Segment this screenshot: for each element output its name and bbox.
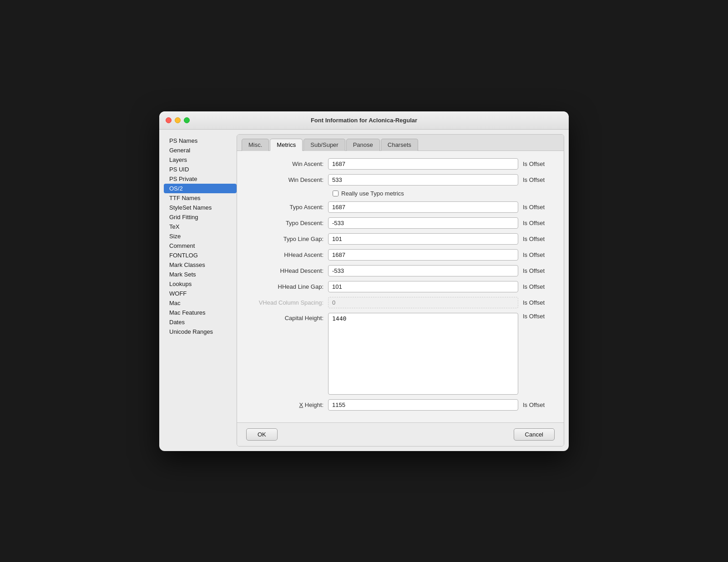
win-ascent-label: Win Ascent: (246, 161, 324, 167)
sidebar-item-lookups[interactable]: Lookups (164, 279, 237, 289)
traffic-lights (166, 117, 190, 123)
main-panel: Misc.MetricsSub/SuperPanoseCharsets Win … (237, 134, 564, 447)
hhead-linegap-spacer: Is Offset (523, 283, 555, 290)
vhead-col-spacing-row: VHead Column Spacing: Is Offset (246, 297, 555, 308)
form-area: Win Ascent: Is Offset Win Descent: Is Of… (237, 151, 564, 422)
really-use-typo-label[interactable]: Really use Typo metrics (333, 190, 404, 197)
tab-charsets[interactable]: Charsets (381, 139, 418, 151)
sidebar-item-ps-uid[interactable]: PS UID (164, 165, 237, 174)
window-title: Font Information for Aclonica-Regular (311, 117, 417, 124)
typo-linegap-row: Typo Line Gap: Is Offset (246, 233, 555, 245)
win-ascent-input[interactable] (328, 158, 518, 170)
tab-misc[interactable]: Misc. (242, 139, 269, 151)
hhead-linegap-input[interactable] (328, 281, 518, 292)
sidebar-item-styleset-names[interactable]: StyleSet Names (164, 203, 237, 212)
hhead-descent-is-offset: Is Offset (523, 267, 555, 274)
tabs-bar: Misc.MetricsSub/SuperPanoseCharsets (237, 135, 564, 151)
typo-descent-row: Typo Descent: Is Offset (246, 217, 555, 229)
typo-descent-label: Typo Descent: (246, 220, 324, 226)
tab-subsuper[interactable]: Sub/Super (303, 139, 345, 151)
typo-ascent-input[interactable] (328, 201, 518, 213)
capital-height-row: Capital Height: Is Offset (246, 313, 555, 395)
sidebar-item-mac[interactable]: Mac (164, 298, 237, 308)
win-descent-is-offset: Is Offset (523, 176, 555, 183)
capital-height-spacer: Is Offset (523, 313, 555, 320)
capital-height-label: Capital Height: (246, 313, 324, 321)
typo-descent-is-offset: Is Offset (523, 220, 555, 226)
really-use-typo-checkbox[interactable] (333, 191, 339, 196)
maximize-button[interactable] (184, 117, 190, 123)
tab-metrics[interactable]: Metrics (270, 139, 303, 151)
x-height-row: X Height: Is Offset (246, 399, 555, 411)
title-bar: Font Information for Aclonica-Regular (159, 111, 569, 130)
sidebar-item-grid-fitting[interactable]: Grid Fitting (164, 212, 237, 222)
sidebar-item-mark-sets[interactable]: Mark Sets (164, 270, 237, 279)
ok-button[interactable]: OK (246, 428, 278, 441)
tab-panose[interactable]: Panose (346, 139, 380, 151)
vhead-col-spacing-input[interactable] (328, 297, 518, 308)
sidebar-item-mac-features[interactable]: Mac Features (164, 308, 237, 317)
typo-linegap-input[interactable] (328, 233, 518, 245)
sidebar-item-os2[interactable]: OS/2 (164, 184, 237, 193)
win-ascent-is-offset: Is Offset (523, 161, 555, 167)
sidebar-item-unicode-ranges[interactable]: Unicode Ranges (164, 327, 237, 336)
sidebar-item-ps-names[interactable]: PS Names (164, 136, 237, 146)
hhead-linegap-row: HHead Line Gap: Is Offset (246, 281, 555, 292)
typo-linegap-spacer: Is Offset (523, 236, 555, 242)
button-bar: OK Cancel (237, 422, 564, 446)
hhead-linegap-label: HHead Line Gap: (246, 283, 324, 290)
main-window: Font Information for Aclonica-Regular PS… (159, 111, 569, 451)
typo-descent-input[interactable] (328, 217, 518, 229)
win-ascent-row: Win Ascent: Is Offset (246, 158, 555, 170)
sidebar: PS NamesGeneralLayersPS UIDPS PrivateOS/… (164, 134, 237, 447)
hhead-descent-label: HHead Descent: (246, 267, 324, 274)
minimize-button[interactable] (175, 117, 181, 123)
x-height-label: X Height: (246, 401, 324, 408)
win-descent-row: Win Descent: Is Offset (246, 174, 555, 186)
hhead-ascent-row: HHead Ascent: Is Offset (246, 249, 555, 261)
hhead-ascent-input[interactable] (328, 249, 518, 261)
hhead-descent-input[interactable] (328, 265, 518, 276)
hhead-ascent-is-offset: Is Offset (523, 251, 555, 258)
sidebar-item-general[interactable]: General (164, 146, 237, 155)
content-area: PS NamesGeneralLayersPS UIDPS PrivateOS/… (159, 130, 569, 451)
sidebar-item-ttf-names[interactable]: TTF Names (164, 193, 237, 203)
win-descent-label: Win Descent: (246, 176, 324, 183)
sidebar-item-tex[interactable]: TeX (164, 222, 237, 231)
sidebar-item-woff[interactable]: WOFF (164, 289, 237, 298)
typo-ascent-row: Typo Ascent: Is Offset (246, 201, 555, 213)
sidebar-item-ps-private[interactable]: PS Private (164, 174, 237, 184)
close-button[interactable] (166, 117, 172, 123)
vhead-col-spacing-label: VHead Column Spacing: (246, 299, 324, 306)
hhead-ascent-label: HHead Ascent: (246, 251, 324, 258)
really-use-typo-row: Really use Typo metrics (251, 190, 555, 197)
typo-ascent-label: Typo Ascent: (246, 204, 324, 211)
sidebar-item-fontlog[interactable]: FONTLOG (164, 251, 237, 260)
typo-linegap-label: Typo Line Gap: (246, 236, 324, 242)
sidebar-item-comment[interactable]: Comment (164, 241, 237, 251)
sidebar-item-size[interactable]: Size (164, 231, 237, 241)
sidebar-item-mark-classes[interactable]: Mark Classes (164, 260, 237, 270)
vhead-col-spacing-spacer: Is Offset (523, 299, 555, 306)
typo-ascent-is-offset: Is Offset (523, 204, 555, 211)
capital-height-textarea[interactable] (328, 313, 518, 395)
hhead-descent-row: HHead Descent: Is Offset (246, 265, 555, 276)
x-height-spacer: Is Offset (523, 401, 555, 408)
win-descent-input[interactable] (328, 174, 518, 186)
sidebar-item-dates[interactable]: Dates (164, 317, 237, 327)
x-height-input[interactable] (328, 399, 518, 411)
cancel-button[interactable]: Cancel (514, 428, 555, 441)
sidebar-item-layers[interactable]: Layers (164, 155, 237, 165)
